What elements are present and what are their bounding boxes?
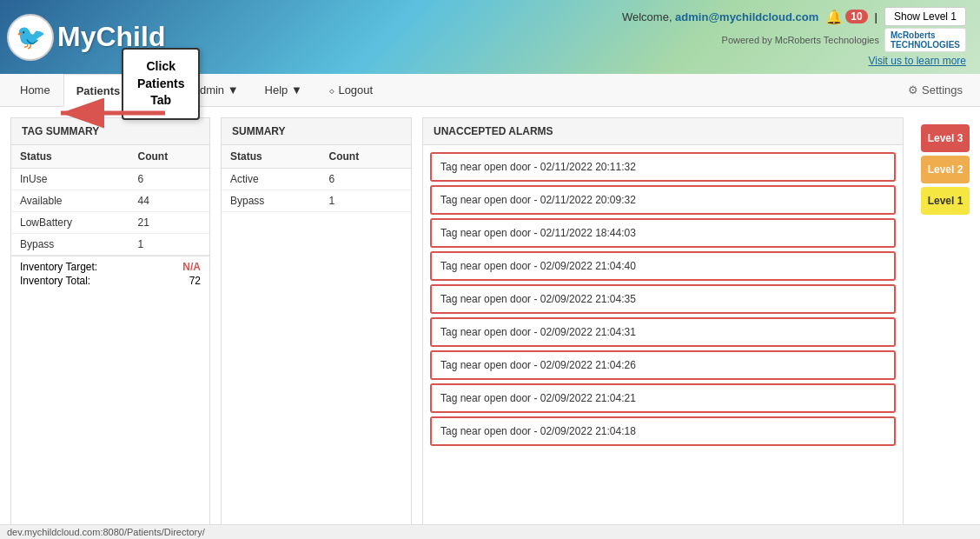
inventory-total-value: 72 <box>189 275 201 287</box>
table-row: Available44 <box>11 190 209 212</box>
level-1-badge[interactable]: Level 1 <box>921 187 970 215</box>
alarm-count-col-header: Count <box>320 145 411 169</box>
alarm-status-col-header: Status <box>222 145 320 169</box>
gear-icon: ⚙ <box>908 83 918 96</box>
unaccepted-area: UNACCEPTED ALARMS Tag near open door - 0… <box>422 117 970 539</box>
inventory-target-value: N/A <box>182 261 201 273</box>
alarm-status-cell: Bypass <box>222 190 320 212</box>
level-badges: Level 3 Level 2 Level 1 <box>921 117 970 539</box>
unaccepted-alarms-panel: UNACCEPTED ALARMS Tag near open door - 0… <box>422 117 904 539</box>
inventory-target-label: Inventory Target: <box>20 261 97 273</box>
show-level-button[interactable]: Show Level 1 <box>884 7 966 26</box>
red-arrow-icon <box>52 91 174 135</box>
tag-status-cell: InUse <box>11 169 129 190</box>
tag-count-col-header: Count <box>129 145 209 169</box>
welcome-email: admin@mychildcloud.com <box>675 10 818 23</box>
unaccepted-alarms-header: UNACCEPTED ALARMS <box>423 118 903 145</box>
bell-icon: 🔔 <box>825 9 843 25</box>
alarm-count-cell: 6 <box>320 169 411 190</box>
annotation-line1: Click <box>147 59 175 73</box>
alarm-item[interactable]: Tag near open door - 02/09/2022 21:04:18 <box>430 416 896 446</box>
powered-row: Powered by McRoberts Technologies McRobe… <box>722 28 966 52</box>
alarm-item[interactable]: Tag near open door - 02/09/2022 21:04:35 <box>430 284 896 314</box>
alarm-item[interactable]: Tag near open door - 02/09/2022 21:04:21 <box>430 383 896 413</box>
tag-status-cell: LowBattery <box>11 212 129 234</box>
notification-badge[interactable]: 🔔 10 <box>825 9 867 25</box>
alarm-item[interactable]: Tag near open door - 02/11/2022 20:09:32 <box>430 185 896 215</box>
tag-summary-table: Status Count InUse6Available44LowBattery… <box>11 145 209 256</box>
annotation-line2: Patients <box>137 77 184 90</box>
welcome-text: Welcome, admin@mychildcloud.com <box>622 10 818 23</box>
tag-status-cell: Bypass <box>11 234 129 256</box>
header-top-row: Welcome, admin@mychildcloud.com 🔔 10 | S… <box>622 7 966 26</box>
notification-count: 10 <box>845 10 867 23</box>
inventory-total-label: Inventory Total: <box>20 275 90 287</box>
alarm-item[interactable]: Tag near open door - 02/09/2022 21:04:26 <box>430 350 896 380</box>
mcroberts-logo: McRobertsTECHNOLOGIES <box>884 28 966 52</box>
table-row: Bypass1 <box>222 190 411 212</box>
logo-bird-icon: 🐦 <box>16 23 46 51</box>
header-right: Welcome, admin@mychildcloud.com 🔔 10 | S… <box>622 7 966 67</box>
main-content: TAG SUMMARY Status Count InUse6Available… <box>0 107 980 539</box>
nav-logout[interactable]: ⬦ Logout <box>315 74 386 107</box>
divider: | <box>875 10 877 23</box>
alarm-status-cell: Active <box>222 169 320 190</box>
logo-circle: 🐦 <box>7 14 54 61</box>
table-row: LowBattery21 <box>11 212 209 234</box>
powered-by-text: Powered by McRoberts Technologies <box>722 35 879 45</box>
table-row: Active6 <box>222 169 411 190</box>
alarm-summary-panel: SUMMARY Status Count Active6Bypass1 <box>221 117 412 539</box>
level-2-badge[interactable]: Level 2 <box>921 156 970 183</box>
status-url: dev.mychildcloud.com:8080/Patients/Direc… <box>7 527 205 537</box>
settings-button[interactable]: ⚙ Settings <box>897 78 973 102</box>
alarm-item[interactable]: Tag near open door - 02/09/2022 21:04:31 <box>430 317 896 347</box>
alarm-item[interactable]: Tag near open door - 02/11/2022 20:11:32 <box>430 152 896 182</box>
tag-count-cell: 6 <box>129 169 209 190</box>
alarm-count-cell: 1 <box>320 190 411 212</box>
settings-label: Settings <box>922 83 963 96</box>
alarm-summary-header: SUMMARY <box>222 118 411 145</box>
tag-status-cell: Available <box>11 190 129 212</box>
level-3-badge[interactable]: Level 3 <box>921 124 970 152</box>
alarm-summary-table: Status Count Active6Bypass1 <box>222 145 411 212</box>
tag-count-cell: 21 <box>129 212 209 234</box>
tag-count-cell: 44 <box>129 190 209 212</box>
alarm-item[interactable]: Tag near open door - 02/09/2022 21:04:40 <box>430 251 896 281</box>
tag-status-col-header: Status <box>11 145 129 169</box>
visit-link[interactable]: Visit us to learn more <box>869 55 967 67</box>
alarms-list: Tag near open door - 02/11/2022 20:11:32… <box>423 145 903 539</box>
tag-count-cell: 1 <box>129 234 209 256</box>
status-bar: dev.mychildcloud.com:8080/Patients/Direc… <box>0 524 980 539</box>
tag-summary-panel: TAG SUMMARY Status Count InUse6Available… <box>10 117 210 539</box>
table-row: Bypass1 <box>11 234 209 256</box>
table-row: InUse6 <box>11 169 209 190</box>
alarm-item[interactable]: Tag near open door - 02/11/2022 18:44:03 <box>430 218 896 248</box>
nav-help[interactable]: Help ▼ <box>252 74 315 107</box>
